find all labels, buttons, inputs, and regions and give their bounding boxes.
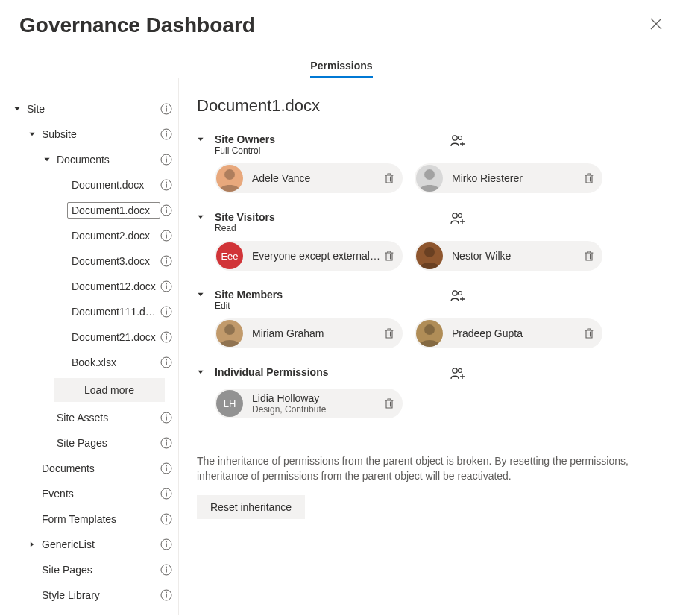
group-permission-level: Edit xyxy=(215,301,441,311)
add-user-icon[interactable] xyxy=(450,289,465,304)
trash-icon[interactable] xyxy=(583,327,595,339)
chevron-down-icon xyxy=(43,156,51,163)
tree-item-label: Style Library xyxy=(37,587,160,603)
info-icon[interactable] xyxy=(160,128,172,140)
trash-icon[interactable] xyxy=(583,250,595,262)
trash-icon[interactable] xyxy=(383,327,395,339)
permission-group: Site Visitors Read Eee Everyone except e… xyxy=(197,211,659,271)
chevron-down-icon xyxy=(197,213,204,221)
tree-item-label: Events xyxy=(37,485,160,502)
add-user-icon[interactable] xyxy=(450,133,465,148)
person-icon xyxy=(416,165,443,192)
avatar xyxy=(416,165,443,192)
tree-item-doc[interactable]: Book.xlsx xyxy=(6,350,178,375)
tree-item-label: Document1.docx xyxy=(67,202,160,219)
avatar: LH xyxy=(216,390,243,417)
permission-group: Site Owners Full Control Adele Vance Mir… xyxy=(197,133,659,193)
chevron-down-icon xyxy=(197,136,204,143)
reset-inheritance-button[interactable]: Reset inheritance xyxy=(197,495,305,519)
group-individual-title: Individual Permissions xyxy=(215,366,441,378)
close-icon xyxy=(650,18,662,30)
info-icon[interactable] xyxy=(160,179,172,191)
info-icon[interactable] xyxy=(160,538,172,550)
person-icon xyxy=(416,320,443,347)
tree-item-label: Document.docx xyxy=(67,177,160,193)
tree-item-doc[interactable]: Document21.docx xyxy=(6,324,178,350)
tree-item-site[interactable]: Site xyxy=(6,96,178,122)
info-icon[interactable] xyxy=(160,589,172,601)
tree-item-documents-folder[interactable]: Documents xyxy=(6,147,178,172)
trash-icon[interactable] xyxy=(383,172,395,184)
tree-item-doc[interactable]: Document1.docx xyxy=(6,198,178,223)
tree-item-label: GenericList xyxy=(37,536,160,553)
avatar xyxy=(416,242,443,269)
info-icon[interactable] xyxy=(160,230,172,242)
tree-item-doc[interactable]: Document12.docx xyxy=(6,274,178,299)
avatar xyxy=(216,320,243,347)
info-icon[interactable] xyxy=(160,437,172,449)
info-icon[interactable] xyxy=(160,154,172,166)
close-button[interactable] xyxy=(650,18,662,30)
member-name: Mirko Riesterer xyxy=(452,172,583,184)
chevron-down-icon xyxy=(197,368,204,376)
avatar: Eee xyxy=(216,242,243,269)
permission-group: Site Members Edit Miriam Graham Pradeep … xyxy=(197,289,659,348)
tree-item-doc[interactable]: Document3.docx xyxy=(6,248,178,274)
info-icon[interactable] xyxy=(160,412,172,424)
tree-item-doc[interactable]: Document2.docx xyxy=(6,223,178,248)
trash-icon[interactable] xyxy=(383,250,395,262)
tab-permissions[interactable]: Permissions xyxy=(310,55,372,78)
info-icon[interactable] xyxy=(160,255,172,267)
tree-item-other[interactable]: Site Pages xyxy=(6,557,178,582)
info-icon[interactable] xyxy=(160,356,172,368)
member-chip[interactable]: Mirko Riesterer xyxy=(415,163,602,193)
add-user-icon[interactable] xyxy=(450,366,465,381)
info-icon[interactable] xyxy=(160,564,172,576)
tree-item-label: Document21.docx xyxy=(67,329,160,345)
group-permission-level: Read xyxy=(215,223,441,233)
tree-item-label: Site Pages xyxy=(37,562,160,578)
info-icon[interactable] xyxy=(160,331,172,343)
trash-icon[interactable] xyxy=(383,397,395,409)
member-chip[interactable]: Eee Everyone except external… xyxy=(215,241,403,271)
group-permission-level: Full Control xyxy=(215,145,441,156)
tree-item-label: Document2.docx xyxy=(67,227,160,244)
group-title: Site Visitors xyxy=(215,211,441,223)
tree-item-sibling[interactable]: Site Pages xyxy=(6,430,178,456)
info-icon[interactable] xyxy=(160,513,172,525)
tree-item-other[interactable]: Style Library xyxy=(6,582,178,608)
tree-item-label: Documents xyxy=(37,460,160,477)
tree-item-other[interactable]: Events xyxy=(6,481,178,506)
member-chip[interactable]: Nestor Wilke xyxy=(415,241,602,271)
document-title: Document1.docx xyxy=(197,96,659,116)
info-icon[interactable] xyxy=(160,462,172,474)
member-chip[interactable]: Pradeep Gupta xyxy=(415,318,602,348)
member-name: Everyone except external… xyxy=(252,250,383,262)
tree-item-other[interactable]: Documents xyxy=(6,456,178,481)
trash-icon[interactable] xyxy=(583,172,595,184)
tree-item-doc[interactable]: Document111.docx xyxy=(6,299,178,324)
tree-item-sibling[interactable]: Site Assets xyxy=(6,405,178,430)
info-icon[interactable] xyxy=(160,204,172,216)
member-chip[interactable]: Miriam Graham xyxy=(215,318,403,348)
tree-item-subsite[interactable]: Subsite xyxy=(6,122,178,147)
tree-item-label: Site Pages xyxy=(52,435,160,451)
member-name: Adele Vance xyxy=(252,172,383,184)
chevron-right-icon xyxy=(28,541,36,548)
member-name: Nestor Wilke xyxy=(452,250,583,262)
info-icon[interactable] xyxy=(160,103,172,115)
add-user-icon[interactable] xyxy=(450,211,465,226)
info-icon[interactable] xyxy=(160,488,172,500)
tree-item-label: Document111.docx xyxy=(67,304,160,320)
info-icon[interactable] xyxy=(160,280,172,292)
tree-item-other[interactable]: Form Templates xyxy=(6,506,178,532)
tree-item-doc[interactable]: Document.docx xyxy=(6,172,178,198)
group-title: Site Members xyxy=(215,289,441,301)
member-permission: Design, Contribute xyxy=(252,404,383,415)
member-chip[interactable]: Adele Vance xyxy=(215,163,403,193)
member-chip[interactable]: LH Lidia Holloway Design, Contribute xyxy=(215,389,403,418)
load-more-button[interactable]: Load more xyxy=(54,378,165,402)
avatar xyxy=(216,165,243,192)
info-icon[interactable] xyxy=(160,306,172,318)
tree-item-other[interactable]: GenericList xyxy=(6,532,178,557)
